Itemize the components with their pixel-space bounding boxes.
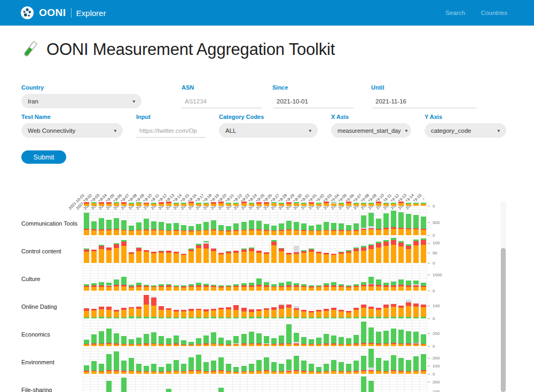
bar-segment-anomaly[interactable] [316,372,321,374]
bar-segment-anomaly[interactable] [279,251,284,263]
bar-segment-anomaly[interactable] [159,287,164,291]
bar-segment-confirmed[interactable] [106,307,112,310]
bar-segment-ok[interactable] [241,366,247,372]
bar-segment-ok[interactable] [294,283,299,285]
bar-segment-anomaly[interactable] [368,249,374,263]
bar-segment-ok[interactable] [241,317,247,318]
bar-segment-confirmed[interactable] [339,344,344,345]
bar-segment-anomaly[interactable] [383,372,389,374]
bar-segment-confirmed[interactable] [406,343,411,345]
bar-segment-anomaly[interactable] [354,372,359,374]
bar-segment-anomaly[interactable] [91,230,97,235]
bar-segment-anomaly[interactable] [136,372,142,374]
bar-segment-confirmed[interactable] [114,229,119,230]
bar-segment-anomaly[interactable] [346,287,351,291]
bar-segment-ok[interactable] [324,317,329,318]
bar-segment-confirmed[interactable] [339,252,344,254]
bar-segment-anomaly[interactable] [309,313,314,318]
bar-segment-ok[interactable] [84,340,89,343]
bar-segment-ok[interactable] [346,317,351,318]
bar-segment-ok[interactable] [346,285,351,286]
bar-segment-anomaly[interactable] [346,313,351,318]
bar-segment-anomaly[interactable] [151,253,156,263]
bar-segment-anomaly[interactable] [99,249,104,263]
bar-segment-ok[interactable] [324,222,329,229]
bar-segment-confirmed[interactable] [151,229,156,230]
bar-segment-ok[interactable] [189,342,194,345]
bar-segment-ok[interactable] [218,338,224,344]
bar-segment-anomaly[interactable] [241,311,247,317]
bar-segment-ok[interactable] [233,367,239,372]
bar-segment-anomaly[interactable] [271,345,277,346]
since-input[interactable] [273,94,354,108]
bar-segment-anomaly[interactable] [421,371,426,374]
bar-segment-confirmed[interactable] [106,202,112,203]
bar-segment-anomaly[interactable] [121,310,127,317]
bar-segment-anomaly[interactable] [383,344,389,346]
bar-segment-ok[interactable] [413,203,419,204]
bar-segment-anomaly[interactable] [421,204,426,206]
bar-segment-ok[interactable] [398,241,404,243]
bar-segment-anomaly[interactable] [361,204,366,206]
bar-segment-confirmed[interactable] [264,285,269,286]
bar-segment-confirmed[interactable] [271,286,277,287]
bar-segment-anomaly[interactable] [294,371,299,374]
bar-segment-confirmed[interactable] [398,243,404,247]
bar-segment-confirmed[interactable] [196,309,201,310]
bar-segment-confirmed[interactable] [368,370,374,371]
bar-segment-anomaly[interactable] [181,311,186,317]
bar-segment-anomaly[interactable] [413,204,419,206]
bar-segment-confirmed[interactable] [413,285,419,286]
bar-segment-anomaly[interactable] [376,286,381,291]
bar-segment-confirmed[interactable] [271,371,277,371]
bar-segment-anomaly[interactable] [286,344,292,346]
bar-segment-anomaly[interactable] [114,230,119,235]
bar-segment-confirmed[interactable] [84,308,89,310]
bar-segment-confirmed[interactable] [376,285,381,286]
bar-segment-confirmed[interactable] [181,345,186,345]
bar-segment-ok[interactable] [189,357,194,370]
bar-segment-confirmed[interactable] [114,370,119,371]
bar-segment-anomaly[interactable] [144,287,149,291]
bar-segment-anomaly[interactable] [331,204,336,206]
bar-segment-anomaly[interactable] [211,287,216,291]
bar-segment-confirmed[interactable] [421,240,426,245]
bar-segment-anomaly[interactable] [383,287,389,291]
bar-segment-anomaly[interactable] [406,229,411,235]
bar-segment-ok[interactable] [421,238,426,240]
bar-segment-ok[interactable] [218,285,224,286]
bar-segment-ok[interactable] [189,249,194,250]
bar-segment-ok[interactable] [249,332,254,343]
bar-segment-ok[interactable] [316,367,321,372]
bar-segment-confirmed[interactable] [339,230,344,230]
bar-segment-confirmed[interactable] [294,370,299,371]
bar-segment-ok[interactable] [301,361,307,371]
bar-segment-confirmed[interactable] [309,202,314,203]
bar-segment-confirmed[interactable] [324,230,329,231]
bar-segment-ok[interactable] [136,338,142,344]
bar-segment-anomaly[interactable] [271,287,277,291]
bar-segment-ok[interactable] [354,361,359,371]
bar-segment-confirmed[interactable] [249,249,254,251]
bar-segment-anomaly[interactable] [368,229,374,235]
bar-segment-failure[interactable] [406,300,411,302]
bar-segment-confirmed[interactable] [91,309,97,310]
bar-segment-anomaly[interactable] [339,254,344,263]
bar-segment-confirmed[interactable] [218,370,224,371]
bar-segment-confirmed[interactable] [181,230,186,231]
bar-segment-anomaly[interactable] [136,251,142,263]
bar-segment-ok[interactable] [413,281,419,284]
bar-segment-confirmed[interactable] [241,371,247,372]
bar-segment-ok[interactable] [368,277,374,284]
bar-segment-confirmed[interactable] [301,230,307,231]
bar-segment-anomaly[interactable] [256,371,262,374]
bar-segment-anomaly[interactable] [361,308,366,317]
bar-segment-ok[interactable] [233,284,239,286]
bar-segment-anomaly[interactable] [114,286,119,291]
bar-segment-confirmed[interactable] [144,286,149,287]
bar-segment-ok[interactable] [84,317,89,318]
bar-segment-anomaly[interactable] [106,287,112,291]
bar-segment-confirmed[interactable] [406,246,411,249]
bar-segment-ok[interactable] [144,285,149,286]
bar-segment-ok[interactable] [421,283,426,286]
